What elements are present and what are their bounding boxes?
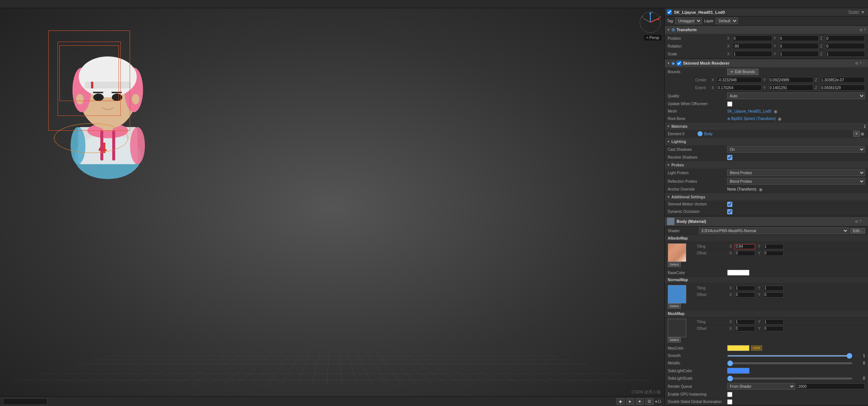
albedo-offset-fields: X Y	[729, 251, 862, 256]
tag-dropdown[interactable]: Untagged	[675, 17, 702, 24]
static-btn[interactable]: Static ▼	[848, 10, 866, 15]
root-bone-target-btn[interactable]: ◉	[777, 116, 782, 121]
transform-title: Transform	[677, 27, 858, 32]
normal-tiling-y-input[interactable]	[763, 286, 784, 291]
body-material-header[interactable]: Body (Material) ⚙ ? ⋮	[665, 217, 868, 227]
center-z-input[interactable]	[820, 77, 865, 83]
transform-icons: ⚙ ?	[859, 28, 866, 32]
dynamic-occlusion-checkbox[interactable]	[727, 209, 732, 214]
additional-settings-header[interactable]: Additional Settings	[665, 193, 868, 201]
transform-settings-btn[interactable]: ⚙	[859, 28, 863, 32]
materials-target-btn[interactable]: ◉	[860, 131, 865, 136]
base-color-swatch[interactable]	[727, 270, 749, 276]
scale-x-input[interactable]	[732, 51, 772, 57]
body-material-settings-btn[interactable]: ⚙	[855, 220, 858, 224]
toolbar-star-btn[interactable]: ★	[636, 398, 644, 405]
inspector[interactable]: SK_Lijayue_Head01_Lod0 Static ▼ Tag Unta…	[664, 8, 868, 406]
root-bone-value-row: ⊕ Bip001 Spine1 (Transform) ◉	[727, 116, 865, 121]
normal-select-btn[interactable]: Select	[668, 303, 681, 309]
albedo-select-btn[interactable]: Select	[668, 262, 681, 267]
albedo-tiling-y-input[interactable]	[763, 244, 784, 249]
rotation-z-input[interactable]	[825, 43, 865, 49]
mask-select-btn[interactable]: Select	[668, 337, 681, 342]
albedo-tiling-area: Tiling X Y	[689, 243, 865, 257]
center-x-input[interactable]	[717, 77, 762, 83]
anchor-override-target-btn[interactable]: ◉	[758, 187, 763, 192]
layer-dropdown[interactable]: Default	[716, 17, 738, 24]
body-material-question-btn[interactable]: ?	[859, 220, 861, 224]
extent-x-input[interactable]	[717, 85, 762, 91]
materials-section-header[interactable]: Materials 1	[665, 123, 868, 130]
render-queue-label: Render Queue	[668, 384, 727, 389]
normal-texture-row: Select Tiling X Y	[665, 283, 868, 311]
smr-tri	[667, 62, 670, 65]
extent-z-input[interactable]	[820, 85, 865, 91]
edit-bounds-btn[interactable]: ✏ Edit Bounds	[727, 69, 758, 75]
probes-section-header[interactable]: Probes	[665, 161, 868, 169]
smr-settings-btn[interactable]: ⚙	[855, 61, 858, 65]
albedo-offset-x-input[interactable]	[735, 251, 755, 256]
receive-shadows-checkbox[interactable]	[727, 155, 732, 160]
side-light-color-swatch[interactable]	[727, 368, 749, 374]
probes-tri	[667, 163, 670, 167]
enable-gpu-checkbox[interactable]	[727, 392, 732, 397]
smr-active-checkbox[interactable]	[677, 61, 681, 66]
scale-z-input[interactable]	[825, 51, 865, 57]
position-y-input[interactable]	[779, 35, 819, 41]
mask-offset-y-input[interactable]	[763, 326, 784, 331]
rotation-x-input[interactable]	[732, 43, 772, 49]
light-probes-select[interactable]: Blend Probes	[727, 169, 865, 176]
toolbar-scene-btn[interactable]: ◆	[616, 398, 625, 405]
render-queue-row: Render Queue From Shader	[665, 382, 868, 391]
toolbar-layers-btn[interactable]: ☰	[645, 398, 654, 405]
render-queue-num-input[interactable]	[797, 383, 865, 389]
quality-select[interactable]: Auto	[727, 92, 865, 99]
svg-line-29	[644, 19, 650, 22]
side-light-scale-slider[interactable]	[727, 378, 852, 379]
lighting-section-header[interactable]: Lighting	[665, 138, 868, 145]
materials-add-btn[interactable]: +	[853, 131, 860, 137]
extent-y-input[interactable]	[768, 85, 813, 91]
search-input[interactable]	[3, 398, 48, 405]
mask-tiling-y-input[interactable]	[763, 319, 784, 325]
normal-offset-x-input[interactable]	[735, 292, 755, 298]
metallic-slider[interactable]	[727, 363, 852, 364]
smr-overflow-btn[interactable]: ⋮	[862, 61, 866, 65]
albedo-tiling-x-input[interactable]	[735, 244, 755, 249]
mask-tiling-x-input[interactable]	[735, 319, 755, 325]
toolbar-play-btn[interactable]: ►	[626, 398, 634, 405]
body-material-icons: ⚙ ? ⋮	[855, 220, 866, 224]
max-color-swatch[interactable]	[727, 345, 749, 351]
body-material-overflow-btn[interactable]: ⋮	[862, 220, 866, 224]
mask-offset-x-input[interactable]	[735, 326, 755, 331]
viewport-grid	[0, 350, 664, 384]
shader-select[interactable]: E3D/Actor/PBR-MaskRG-Normal	[699, 227, 849, 234]
mesh-row: Mesh SK_Lijayue_Head01_Lod0 ◉	[665, 108, 868, 115]
update-offscreen-checkbox[interactable]	[727, 101, 732, 107]
transform-question-btn[interactable]: ?	[864, 28, 866, 32]
normal-tiling-x-input[interactable]	[735, 286, 755, 291]
render-queue-select[interactable]: From Shader	[727, 383, 795, 390]
material-name: Body	[704, 132, 853, 136]
mask-thumbnail	[668, 319, 686, 337]
reflection-probes-select[interactable]: Blend Probes	[727, 178, 865, 185]
position-z-input[interactable]	[825, 35, 865, 41]
shader-edit-btn[interactable]: Edit...	[850, 228, 865, 234]
viewport-toolbar: ◆ ► ★ ☰ ●11	[0, 396, 664, 406]
albedo-offset-y-input[interactable]	[763, 251, 784, 256]
mesh-target-btn[interactable]: ◉	[773, 109, 778, 114]
transform-header[interactable]: ⊕ Transform ⚙ ?	[665, 26, 868, 34]
center-y-input[interactable]	[768, 77, 813, 83]
double-sided-gi-checkbox[interactable]	[727, 399, 732, 405]
skinned-motion-vectors-checkbox[interactable]	[727, 202, 732, 207]
object-active-checkbox[interactable]	[667, 10, 672, 14]
position-x-input[interactable]	[732, 35, 772, 41]
cast-shadows-select[interactable]: On	[727, 146, 865, 153]
normal-offset-y-input[interactable]	[763, 292, 784, 298]
smooth-slider[interactable]	[727, 355, 852, 357]
smr-header[interactable]: ◉ Skinned Mesh Renderer ⚙ ? ⋮	[665, 59, 868, 67]
scale-xyz: X Y Z	[727, 51, 865, 57]
smr-question-btn[interactable]: ?	[859, 61, 861, 65]
rotation-y-input[interactable]	[779, 43, 819, 49]
scale-y-input[interactable]	[779, 51, 819, 57]
